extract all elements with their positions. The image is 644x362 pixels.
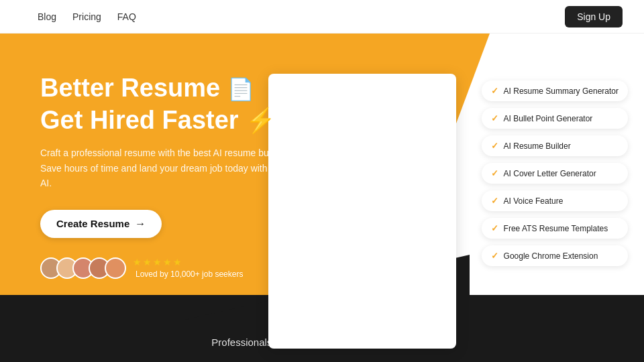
- feature-pill-1: ✓ AI Bullet Point Generator: [482, 108, 628, 129]
- feature-pill-2: ✓ AI Resume Builder: [482, 135, 628, 156]
- feature-label: AI Bullet Point Generator: [504, 114, 593, 123]
- feature-pill-5: ✓ Free ATS Resume Templates: [482, 218, 628, 239]
- feature-label: AI Cover Letter Generator: [504, 169, 596, 178]
- lightning-emoji-icon: ⚡: [246, 107, 276, 134]
- hero-title-text: Better Resume: [40, 74, 220, 102]
- check-icon: ✓: [491, 86, 498, 96]
- star-icon: ★: [133, 257, 142, 267]
- check-icon: ✓: [491, 168, 498, 178]
- check-icon: ✓: [491, 196, 498, 206]
- hero-content: Better Resume 📄 Get Hired Faster ⚡ Craft…: [40, 74, 322, 280]
- create-resume-button[interactable]: Create Resume →: [40, 210, 162, 238]
- check-icon: ✓: [491, 141, 498, 151]
- loved-text: Loved by 10,000+ job seekers: [136, 269, 243, 279]
- hero-description: Craft a professional resume with the bes…: [40, 145, 322, 190]
- navbar: Blog Pricing FAQ Sign Up: [0, 0, 644, 34]
- hero-subtitle: Get Hired Faster ⚡: [40, 106, 322, 135]
- star-icon: ★: [173, 257, 182, 267]
- star-icon: ★: [163, 257, 172, 267]
- feature-label: AI Resume Builder: [504, 141, 571, 151]
- features-panel: ✓ AI Resume Summary Generator ✓ AI Bulle…: [482, 80, 628, 266]
- avatar: [105, 257, 126, 279]
- nav-link-blog[interactable]: Blog: [38, 11, 56, 22]
- feature-pill-3: ✓ AI Cover Letter Generator: [482, 163, 628, 184]
- hero-title: Better Resume 📄: [40, 74, 322, 103]
- arrow-icon: →: [135, 218, 146, 230]
- check-icon: ✓: [491, 223, 498, 233]
- star-group: ★ ★ ★ ★ ★: [133, 257, 243, 267]
- check-icon: ✓: [491, 251, 498, 261]
- feature-pill-4: ✓ AI Voice Feature: [482, 190, 628, 211]
- nav-link-pricing[interactable]: Pricing: [72, 11, 101, 22]
- sign-up-button[interactable]: Sign Up: [565, 6, 623, 27]
- feature-pill-0: ✓ AI Resume Summary Generator: [482, 80, 628, 101]
- check-icon: ✓: [491, 113, 498, 123]
- star-icon: ★: [153, 257, 162, 267]
- nav-left: Blog Pricing FAQ: [21, 11, 136, 22]
- hero-subtitle-text: Get Hired Faster: [40, 106, 239, 134]
- star-icon: ★: [143, 257, 152, 267]
- hero-section: Better Resume 📄 Get Hired Faster ⚡ Craft…: [0, 34, 644, 362]
- feature-label: Google Chrome Extension: [504, 251, 598, 261]
- feature-label: AI Resume Summary Generator: [504, 86, 619, 96]
- feature-pill-6: ✓ Google Chrome Extension: [482, 245, 628, 266]
- feature-label: Free ATS Resume Templates: [504, 224, 608, 233]
- social-proof: ★ ★ ★ ★ ★ Loved by 10,000+ job seekers: [40, 257, 322, 280]
- rating-stars: ★ ★ ★ ★ ★ Loved by 10,000+ job seekers: [133, 257, 243, 280]
- nav-link-faq[interactable]: FAQ: [117, 11, 136, 22]
- doc-emoji-icon: 📄: [227, 77, 254, 101]
- avatar-group: [40, 257, 126, 279]
- feature-label: AI Voice Feature: [504, 196, 564, 206]
- create-btn-label: Create Resume: [56, 218, 129, 229]
